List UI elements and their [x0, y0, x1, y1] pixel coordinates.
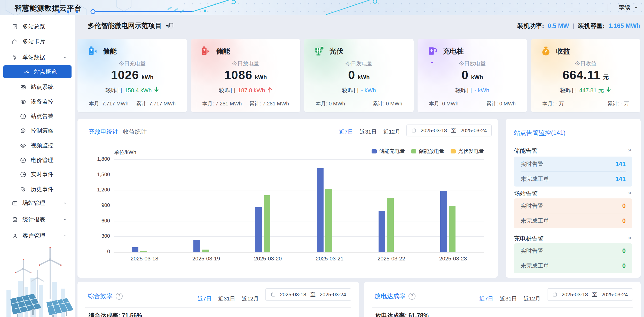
sidebar-item-station-alarms[interactable]: 站点告警: [0, 110, 75, 123]
metric-value: 0: [461, 68, 468, 82]
help-icon[interactable]: ?: [409, 293, 415, 300]
alarm-row-value[interactable]: 141: [615, 160, 626, 168]
sidebar-item-price-management[interactable]: 电价管理: [0, 154, 75, 167]
compare-label: 较昨日: [455, 87, 472, 94]
database-icon: [11, 216, 18, 223]
double-arrow-icon[interactable]: »: [628, 190, 631, 196]
eye-icon: [20, 98, 26, 105]
efficiency-metric: 综合达成率: 71.56%: [89, 312, 142, 317]
alarm-row: 实时告警 0: [521, 198, 626, 213]
card-header: 储能: [200, 45, 230, 57]
calendar-icon: [411, 128, 417, 133]
range-31d[interactable]: 近31日: [360, 128, 376, 135]
sidebar-item-station-overview[interactable]: 站点概览: [3, 65, 72, 78]
date-range-picker[interactable]: 2025-03-18 至 2025-03-24: [406, 125, 492, 136]
cumulative-stat: 累计: 0 MWh: [373, 100, 402, 107]
trend-down-icon: [606, 87, 611, 94]
legend-discharge[interactable]: 储能放电量: [411, 148, 444, 155]
bar-储能充电量[interactable]: [193, 240, 200, 252]
y-axis-tick: 600: [83, 218, 110, 224]
bar-储能充电量[interactable]: [379, 211, 385, 252]
sidebar-group-single-station-data[interactable]: 单站数据: [0, 51, 75, 64]
range-31d[interactable]: 近31日: [500, 295, 517, 302]
range-12m[interactable]: 近12月: [524, 295, 540, 302]
sidebar-item-multi-station-overview[interactable]: 多站总览: [0, 20, 75, 33]
sidebar-item-control-strategy[interactable]: 控制策略: [0, 124, 75, 137]
sidebar-group-statistics-reports[interactable]: 统计报表: [0, 213, 75, 226]
card-storage-charge: 储能 今日充电量 1026kWh 较昨日 158.4 kWh 本月: 7.717…: [77, 39, 187, 112]
range-31d[interactable]: 近31日: [218, 295, 235, 302]
panel-title-row: 放电达成率 ?: [374, 292, 415, 300]
sidebar-item-device-monitoring[interactable]: 设备监控: [0, 95, 75, 108]
help-icon[interactable]: ?: [116, 293, 123, 300]
alarm-box-charger: 实时告警 0 未完成工单 0: [514, 243, 632, 273]
double-arrow-icon[interactable]: »: [628, 235, 631, 241]
tab-revenue-stats[interactable]: 收益统计: [123, 128, 147, 136]
tab-charge-discharge-stats[interactable]: 充放电统计: [89, 128, 118, 136]
metric-unit: kWh: [358, 74, 370, 80]
date-to-label: 至: [451, 127, 456, 134]
range-12m[interactable]: 近12月: [383, 128, 400, 135]
alarm-row-value[interactable]: 0: [622, 262, 626, 269]
x-axis-label: 2025-03-21: [299, 256, 360, 262]
alarm-row-value[interactable]: 0: [622, 247, 626, 254]
sidebar-item-label: 统计报表: [22, 216, 45, 223]
double-arrow-icon[interactable]: »: [628, 147, 631, 153]
date-start: 2025-03-18: [280, 292, 306, 298]
sidebar-item-multi-station-cards[interactable]: 多站卡片: [0, 35, 75, 48]
bar-储能充电量[interactable]: [440, 191, 447, 252]
bar-储能放电量[interactable]: [449, 206, 455, 252]
panel-title: 综合效率: [88, 292, 113, 300]
alarm-row: 实时告警 141: [521, 157, 626, 171]
bar-储能放电量[interactable]: [140, 251, 147, 252]
sidebar-item-history-events[interactable]: 历史事件: [0, 183, 75, 196]
discharge-rate-metric: 放电达成率: 61.78%: [375, 312, 429, 317]
user-menu[interactable]: 李续: [608, 0, 638, 15]
alarm-monitor-panel: 站点告警监控(141) 储能告警 » 实时告警 141 未完成工单 141 场站…: [506, 119, 641, 278]
bar-储能放电量[interactable]: [264, 195, 270, 252]
project-selector[interactable]: 多伦智能微电网示范项目 ▼: [88, 21, 169, 30]
compass-icon: [20, 157, 26, 164]
history-link-icon: [20, 186, 26, 193]
range-7d[interactable]: 近7日: [198, 295, 212, 302]
sidebar-item-station-system[interactable]: 站点系统: [0, 81, 75, 94]
cumulative-stat: 累计: 0 MWh: [486, 100, 516, 107]
bar-储能放电量[interactable]: [325, 189, 332, 252]
bar-储能放电量[interactable]: [202, 250, 209, 252]
alarm-group-site: 场站告警: [514, 190, 538, 198]
panel-divider: [85, 307, 351, 308]
legend-charge[interactable]: 储能充电量: [372, 148, 405, 155]
card-title: 光伏: [329, 47, 343, 56]
date-range-picker[interactable]: 2025-03-18 至 2025-03-24: [547, 288, 633, 301]
range-12m[interactable]: 近12月: [242, 295, 259, 302]
sidebar-group-station-management[interactable]: 场站管理: [0, 197, 75, 210]
copy-icon[interactable]: [167, 22, 175, 29]
sidebar-item-realtime-events[interactable]: 实时事件: [0, 168, 75, 181]
inbox-icon: [20, 84, 26, 90]
chevron-up-icon: [63, 55, 67, 59]
alarm-row-value[interactable]: 0: [622, 202, 626, 210]
header-divider: [608, 4, 608, 11]
alarm-row-value[interactable]: 0: [622, 217, 626, 225]
range-7d[interactable]: 近7日: [480, 295, 493, 302]
bar-储能充电量[interactable]: [317, 168, 324, 252]
alarm-panel-title[interactable]: 站点告警监控(141): [514, 129, 566, 137]
sidebar-item-label: 多站卡片: [22, 38, 45, 45]
range-7d[interactable]: 近7日: [339, 128, 353, 135]
y-axis-tick: 300: [83, 233, 110, 239]
charge-discharge-panel: 充放电统计 收益统计 近7日 近31日 近12月 2025-03-18 至 20…: [77, 119, 498, 278]
svg-text:¥: ¥: [545, 50, 547, 54]
legend-pv[interactable]: 光伏发电量: [451, 148, 484, 155]
bar-储能充电量[interactable]: [255, 207, 262, 252]
compare-label: 较昨日: [342, 87, 359, 94]
sidebar-item-video-monitoring[interactable]: 视频监控: [0, 139, 75, 152]
date-range-picker[interactable]: 2025-03-18 至 2025-03-24: [265, 288, 351, 301]
sidebar-item-label: 场站管理: [22, 199, 45, 207]
metric-value: 0: [348, 68, 355, 82]
bar-储能放电量[interactable]: [387, 198, 394, 252]
sidebar-group-customer-management[interactable]: 客户管理: [0, 229, 75, 242]
tag-icon: [11, 54, 18, 61]
metric-value-row: 0kWh: [304, 68, 414, 82]
bar-储能充电量[interactable]: [132, 247, 138, 252]
alarm-row-value[interactable]: 141: [615, 175, 626, 183]
